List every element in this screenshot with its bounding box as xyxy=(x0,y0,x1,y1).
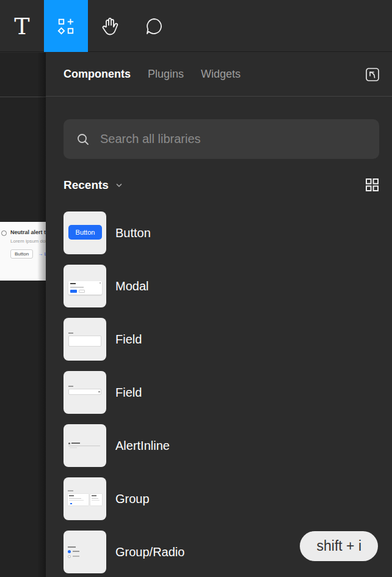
tab-plugins[interactable]: Plugins xyxy=(148,68,184,81)
component-list-item[interactable]: Field xyxy=(64,318,379,361)
search-input[interactable] xyxy=(100,132,367,146)
grid-view-button[interactable] xyxy=(365,178,379,192)
component-thumbnail-button: Button xyxy=(64,211,106,254)
component-thumbnail-radio xyxy=(64,531,106,573)
components-panel: ComponentsPluginsWidgets Recents xyxy=(46,53,392,577)
canvas-strip: Neutral alert title Lorem ipsum dolor am… xyxy=(0,53,46,577)
panel-body: Recents ButtonButtonModalFieldFieldAlert… xyxy=(46,119,392,577)
component-label: Modal xyxy=(115,279,148,293)
mini-select xyxy=(68,389,101,395)
component-thumbnail-field-select xyxy=(64,371,106,414)
text-tool-button[interactable]: T xyxy=(0,0,44,52)
component-label: Group xyxy=(115,492,150,506)
arrow-right-icon: → xyxy=(38,251,43,257)
panel-tabs: ComponentsPluginsWidgets xyxy=(64,68,365,81)
components-list: ButtonButtonModalFieldFieldAlertInlineGr… xyxy=(64,211,379,573)
tab-widgets[interactable]: Widgets xyxy=(201,68,241,81)
search-bar[interactable] xyxy=(64,119,379,159)
component-label: AlertInline xyxy=(115,439,170,453)
component-thumbnail-field xyxy=(64,318,106,361)
component-thumbnail-modal xyxy=(64,265,106,307)
component-thumbnail-group xyxy=(64,477,106,520)
mini-button: Button xyxy=(68,225,102,240)
alert-mini-button: Button xyxy=(10,249,33,259)
canvas-frame-edge xyxy=(0,97,46,97)
component-list-item[interactable]: AlertInline xyxy=(64,424,379,467)
recents-dropdown[interactable]: Recents xyxy=(64,178,109,192)
info-icon xyxy=(1,230,7,236)
component-list-item[interactable]: Field xyxy=(64,371,379,414)
panel-shadow xyxy=(37,53,46,577)
mini-modal xyxy=(68,281,102,295)
hand-tool-button[interactable] xyxy=(88,0,132,52)
component-label: Group/Radio xyxy=(115,545,184,559)
arrow-up-left-square-icon xyxy=(365,67,380,83)
mini-radio-selected xyxy=(68,550,71,553)
component-label: Field xyxy=(115,386,142,400)
recents-header: Recents xyxy=(64,178,379,192)
toolbar: T xyxy=(0,0,392,52)
workspace: Neutral alert title Lorem ipsum dolor am… xyxy=(0,53,392,577)
mini-radio-unselected xyxy=(68,555,71,558)
text-tool-icon: T xyxy=(14,15,29,38)
component-list-item[interactable]: Group xyxy=(64,477,379,520)
canvas-alert-preview[interactable]: Neutral alert title Lorem ipsum dolor am… xyxy=(0,222,46,281)
alert-title: Neutral alert title xyxy=(10,229,46,235)
hand-tool-icon xyxy=(100,17,120,36)
shortcut-hint-pill: shift + i xyxy=(300,531,378,561)
panel-header: ComponentsPluginsWidgets xyxy=(46,53,392,97)
components-tool-button[interactable] xyxy=(44,0,88,52)
mini-card xyxy=(68,494,89,505)
component-list-item[interactable]: ButtonButton xyxy=(64,211,379,254)
component-label: Button xyxy=(115,226,151,240)
place-on-canvas-button[interactable] xyxy=(365,67,380,83)
search-icon xyxy=(76,132,90,147)
grid-icon xyxy=(365,178,379,192)
chevron-down-icon[interactable] xyxy=(115,181,123,189)
component-thumbnail-alert xyxy=(64,424,106,467)
comment-icon xyxy=(144,17,164,36)
component-list-item[interactable]: Modal xyxy=(64,265,379,307)
alert-mini-link: → Link text xyxy=(38,251,46,257)
comment-tool-button[interactable] xyxy=(132,0,176,52)
component-label: Field xyxy=(115,333,142,347)
components-icon xyxy=(57,17,75,35)
mini-input xyxy=(68,336,101,347)
alert-body: Lorem ipsum dolor amet conse xyxy=(10,238,46,244)
tab-components[interactable]: Components xyxy=(64,68,131,81)
mini-card xyxy=(90,494,102,505)
